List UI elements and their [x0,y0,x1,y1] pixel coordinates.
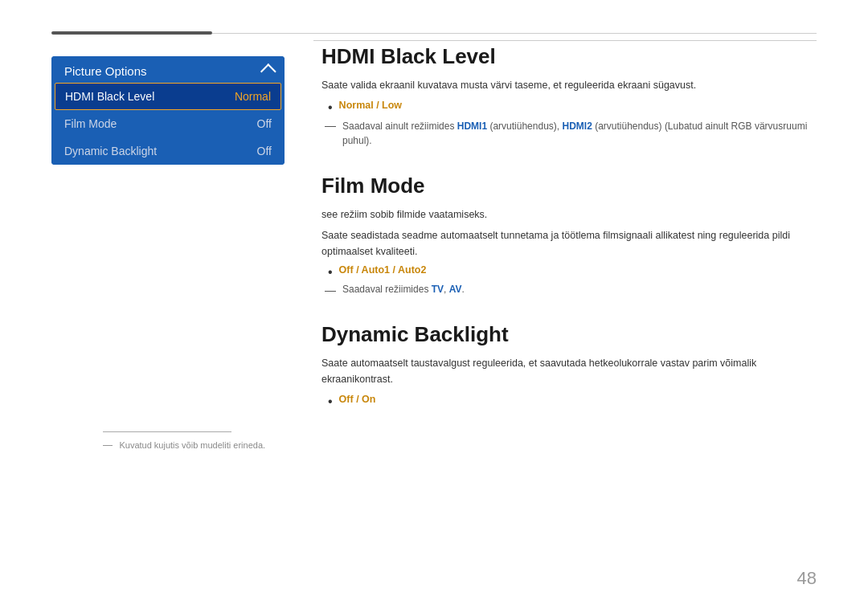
note-divider [103,431,231,432]
film-title: Film Mode [321,174,817,198]
progress-bar-light [212,33,817,34]
hdmi-note-dash-icon: ― [325,119,336,132]
right-content: HDMI Black Level Saate valida ekraanil k… [321,44,817,435]
menu-item-film[interactable]: Film Mode Off [51,110,285,137]
film-note-text: Saadaval režiimides TV, AV. [342,284,465,295]
hdmi-bullet-text: Normal / Low [339,100,402,111]
hdmi-bullet: • Normal / Low [321,100,817,115]
menu-value-film: Off [257,117,272,130]
hdmi-bullet-highlight: Normal / Low [339,100,402,111]
film-desc1: see režiim sobib filmide vaatamiseks. [321,206,817,223]
hdmi-description: Saate valida ekraanil kuvatava musta vär… [321,77,817,93]
bullet-dot-icon: • [328,100,333,115]
menu-label-film: Film Mode [64,117,117,130]
dynamic-title: Dynamic Backlight [321,322,817,347]
section-hdmi: HDMI Black Level Saate valida ekraanil k… [321,44,817,148]
chevron-up-icon [260,63,276,80]
section-dynamic: Dynamic Backlight Saate automaatselt tau… [321,322,817,409]
left-panel: Picture Options HDMI Black Level Normal … [51,56,285,210]
dynamic-bullet-text: Off / On [339,394,376,405]
film-desc2: Saate seadistada seadme automaatselt tun… [321,227,817,260]
note-dash-icon: ― [103,439,113,451]
menu-item-dynamic[interactable]: Dynamic Backlight Off [51,137,285,165]
hdmi-note-text: Saadaval ainult režiimides HDMI1 (arvuti… [342,119,817,148]
hdmi1-label: HDMI1 [457,121,487,132]
page-number: 48 [797,568,817,589]
menu-header: Picture Options [51,56,285,83]
section-film: Film Mode see režiim sobib filmide vaata… [321,174,817,296]
hdmi2-label: HDMI2 [562,121,592,132]
dynamic-bullet: • Off / On [321,394,817,409]
hdmi-title: HDMI Black Level [321,44,817,69]
left-note: ― Kuvatud kujutis võib mudeliti erineda. [103,431,304,452]
top-bar [51,32,817,34]
note-text: Kuvatud kujutis võib mudeliti erineda. [119,440,265,450]
film-note-dash-icon: ― [325,284,336,296]
film-bullet-text: Off / Auto1 / Auto2 [339,264,427,276]
top-divider-right [313,40,817,41]
menu-item-hdmi[interactable]: HDMI Black Level Normal [55,83,281,110]
film-tv-label: TV [432,284,444,295]
picture-options-menu: Picture Options HDMI Black Level Normal … [51,56,285,165]
hdmi-note: ― Saadaval ainult režiimides HDMI1 (arvu… [321,119,817,148]
dynamic-description: Saate automaatselt taustavalgust regulee… [321,355,817,387]
menu-value-dynamic: Off [257,145,272,157]
film-av-label: AV [449,284,462,295]
dynamic-bullet-dot-icon: • [328,394,333,409]
progress-bar-dark [51,31,212,35]
menu-title: Picture Options [64,64,147,78]
film-bullet: • Off / Auto1 / Auto2 [321,264,817,280]
menu-value-hdmi: Normal [235,90,271,103]
menu-label-hdmi: HDMI Black Level [65,90,154,103]
menu-label-dynamic: Dynamic Backlight [64,145,157,157]
film-bullet-dot-icon: • [328,264,333,280]
film-note: ― Saadaval režiimides TV, AV. [321,284,817,296]
